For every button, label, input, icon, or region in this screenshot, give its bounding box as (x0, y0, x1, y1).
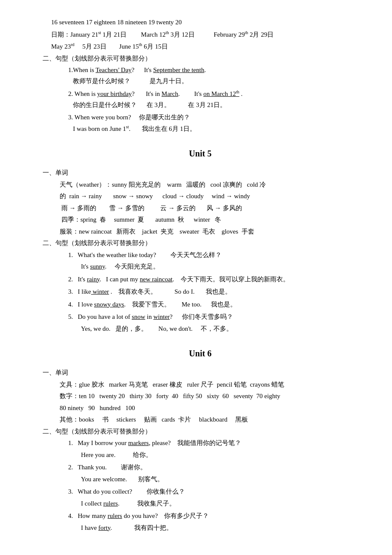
unit6-numbers-vocab: 数字：ten 10 twenty 20 thirty 30 forty 40 f… (43, 391, 358, 402)
page-content: 16 seventeen 17 eighteen 18 nineteen 19 … (43, 17, 358, 533)
continuation-line1: 16 seventeen 17 eighteen 18 nineteen 19 … (43, 17, 358, 28)
unit5-heading: Unit 5 (43, 146, 358, 161)
unit5-seasons-vocab: 四季：spring 春 summer 夏 autumn 秋 winter 冬 (43, 214, 358, 225)
unit6-others-vocab: 其他：books 书 stickers 贴画 cards 卡片 blackboa… (43, 414, 358, 425)
date-line2: May 23rd 5月 23日 June 15th 6月 15日 (43, 41, 358, 52)
unit6-stationery-vocab: 文具：glue 胶水 marker 马克笔 eraser 橡皮 ruler 尺子… (43, 379, 358, 390)
unit6-s4: 4. How many rulers do you have? 你有多少尺子？ … (43, 511, 358, 533)
unit5-s3: 3. I like winter . 我喜欢冬天。 So do I. 我也是。 (43, 286, 358, 298)
unit6-numbers-vocab2: 80 ninety 90 hundred 100 (43, 403, 358, 414)
unit5-s4: 4. I love snowy days. 我爱下雪天。 Me too. 我也是… (43, 299, 358, 310)
sentence-3: 3. When were you born? 你是哪天出生的？ I was bo… (43, 112, 358, 134)
sentence-1: 1.When is Teachers' Day? It's September … (43, 65, 358, 87)
unit5-weather-vocab: 天气（weather）：sunny 阳光充足的 warm 温暖的 cool 凉爽… (43, 179, 358, 191)
unit6-s3: 3. What do you collect? 你收集什么？ I collect… (43, 486, 358, 509)
unit6-heading: Unit 6 (43, 346, 358, 361)
unit6-s2: 2. Thank you. 谢谢你。 You are welcome. 别客气。 (43, 462, 358, 485)
unit6-section1-title: 一、单词 (43, 367, 358, 379)
unit5-section1-title: 一、单词 (43, 168, 358, 179)
unit5-s2: 2. It's rainy. I can put my new raincoat… (43, 274, 358, 285)
unit5-s1: 1. What's the weather like today? 今天天气怎么… (43, 250, 358, 272)
date-line: 日期：January 21st 1月 21日 March 12th 3月 12日… (43, 29, 358, 40)
section2-heading: 二、句型（划线部分表示可替换部分） (43, 53, 358, 64)
unit5-clothes-vocab: 服装：new raincoat 新雨衣 jacket 夹克 sweater 毛衣… (43, 226, 358, 237)
unit5-s5: 5. Do you have a lot of snow in winter? … (43, 312, 358, 334)
unit5-weather-vocab3: 雨 → 多雨的 雪 → 多雪的 云 → 多云的 风 → 多风的 (43, 203, 358, 214)
unit6-section2-title: 二、句型（划线部分表示可替换部分） (43, 426, 358, 437)
unit5-section2-title: 二、句型（划线部分表示可替换部分） (43, 238, 358, 249)
sentence-2: 2. When is your birthday? It's in March.… (43, 88, 358, 110)
unit5-weather-vocab2: 的 rain → rainy snow → snowy cloud → clou… (43, 191, 358, 202)
unit6-s1: 1. May I borrow your markers, please? 我能… (43, 438, 358, 460)
